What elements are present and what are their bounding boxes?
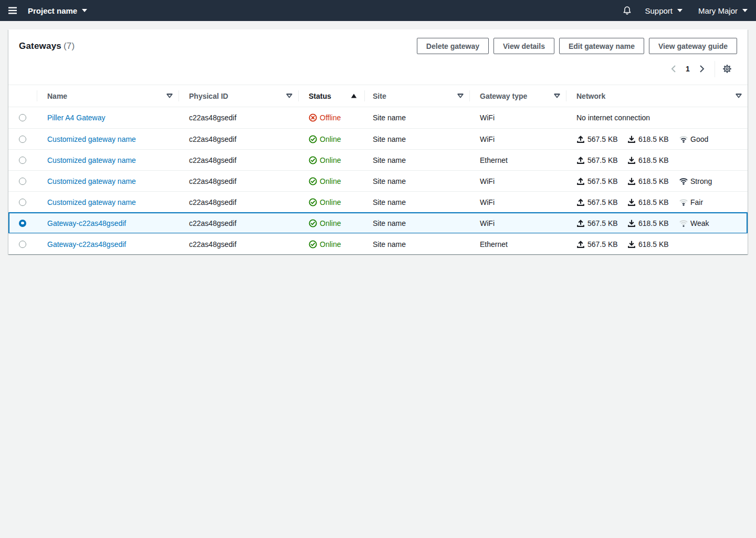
physical-id-value: c22as48gsedif (189, 219, 236, 227)
filter-icon[interactable] (286, 94, 292, 99)
view-gateway-guide-button[interactable]: View gateway guide (649, 38, 737, 54)
support-label: Support (645, 6, 673, 15)
cell-network: 567.5 KB 618.5 KB Weak (566, 213, 748, 233)
row-radio-button[interactable] (19, 220, 26, 227)
upload-icon (576, 135, 585, 143)
view-details-button[interactable]: View details (494, 38, 554, 54)
cell-site: Site name (364, 213, 469, 233)
gateway-type-value: Ethernet (480, 156, 508, 164)
bell-icon (622, 6, 632, 16)
filter-icon[interactable] (166, 94, 173, 99)
edit-gateway-name-button[interactable]: Edit gateway name (559, 38, 644, 54)
table-row[interactable]: Gateway-c22as48gsedif c22as48gsedif Onli… (8, 212, 748, 233)
cell-status: Online (298, 129, 364, 149)
column-header-gateway-type[interactable]: Gateway type (469, 85, 566, 107)
gateway-name-link[interactable]: Gateway-c22as48gsedif (47, 219, 126, 227)
download-value: 618.5 KB (638, 177, 669, 185)
gateway-type-value: Ethernet (480, 240, 508, 249)
cell-gateway-type: WiFi (469, 129, 566, 149)
table-body: Piller A4 Gateway c22as48gsedif Offline … (8, 107, 748, 254)
column-header-site[interactable]: Site (364, 85, 469, 107)
upload-value: 567.5 KB (587, 177, 618, 185)
previous-page-button[interactable] (666, 61, 681, 76)
table-row[interactable]: Customized gateway name c22as48gsedif On… (8, 170, 748, 191)
filter-icon[interactable] (457, 94, 464, 99)
column-label: Name (47, 92, 67, 100)
cell-network: No internet connection (566, 107, 748, 128)
table-row[interactable]: Customized gateway name c22as48gsedif On… (8, 191, 748, 212)
upload-icon (576, 177, 585, 185)
filter-icon[interactable] (554, 94, 560, 99)
download-icon (627, 177, 636, 185)
wifi-signal: Strong (679, 177, 712, 185)
table-row[interactable]: Customized gateway name c22as48gsedif On… (8, 149, 748, 170)
cell-gateway-type: Ethernet (469, 150, 566, 170)
gateway-name-link[interactable]: Customized gateway name (47, 135, 136, 143)
next-page-button[interactable] (695, 61, 710, 76)
column-header-network[interactable]: Network (566, 85, 748, 107)
cell-gateway-type: WiFi (469, 192, 566, 212)
gateway-type-value: WiFi (480, 177, 495, 185)
table-row[interactable]: Gateway-c22as48gsedif c22as48gsedif Onli… (8, 233, 748, 254)
notifications-button[interactable] (622, 6, 632, 16)
gateway-name-link[interactable]: Gateway-c22as48gsedif (47, 240, 126, 249)
gateways-panel: Gateways(7) Delete gatewayView detailsEd… (8, 29, 748, 254)
row-radio-button[interactable] (19, 114, 26, 121)
cell-status: Online (298, 234, 364, 254)
table-column-headers: Name Physical ID Status Site (8, 85, 748, 107)
upload-metric: 567.5 KB (576, 156, 627, 164)
table-row[interactable]: Customized gateway name c22as48gsedif On… (8, 128, 748, 149)
row-radio-button[interactable] (19, 241, 26, 248)
gateway-name-link[interactable]: Customized gateway name (47, 156, 136, 164)
sort-ascending-icon[interactable] (351, 94, 357, 98)
wifi-signal: Good (679, 135, 708, 143)
column-header-status[interactable]: Status (298, 85, 364, 107)
site-value: Site name (373, 135, 406, 143)
upload-value: 567.5 KB (587, 219, 618, 227)
download-icon (627, 156, 636, 164)
row-radio-button[interactable] (19, 136, 26, 143)
hamburger-icon (8, 7, 17, 14)
network-message: No internet connection (576, 113, 650, 122)
gateway-name-link[interactable]: Piller A4 Gateway (47, 113, 106, 122)
delete-gateway-button[interactable]: Delete gateway (417, 38, 489, 54)
project-name-menu[interactable]: Project name (28, 6, 87, 15)
row-radio-button[interactable] (19, 157, 26, 164)
chevron-down-icon (677, 9, 682, 12)
cell-status: Online (298, 192, 364, 212)
user-menu[interactable]: Mary Major (698, 6, 748, 15)
cell-site: Site name (364, 150, 469, 170)
cell-site: Site name (364, 129, 469, 149)
download-icon (627, 198, 636, 206)
cell-site: Site name (364, 192, 469, 212)
status-label: Offline (320, 113, 341, 122)
status-label: Online (320, 135, 341, 143)
menu-button[interactable] (8, 0, 25, 21)
column-header-name[interactable]: Name (37, 85, 178, 107)
physical-id-value: c22as48gsedif (189, 156, 236, 164)
gateway-name-link[interactable]: Customized gateway name (47, 177, 136, 185)
page-number[interactable]: 1 (681, 65, 695, 73)
cell-physical-id: c22as48gsedif (178, 107, 298, 128)
gateway-name-link[interactable]: Customized gateway name (47, 198, 136, 206)
download-metric: 618.5 KB (627, 135, 677, 143)
upload-icon (576, 240, 585, 249)
download-metric: 618.5 KB (627, 177, 677, 185)
upload-value: 567.5 KB (587, 198, 618, 206)
filter-icon[interactable] (736, 94, 742, 99)
physical-id-value: c22as48gsedif (189, 198, 236, 206)
table-row[interactable]: Piller A4 Gateway c22as48gsedif Offline … (8, 107, 748, 128)
column-header-physical-id[interactable]: Physical ID (178, 85, 298, 107)
status-badge: Online (309, 219, 341, 227)
table-settings-button[interactable] (721, 61, 733, 76)
pagination: 1 (8, 61, 748, 77)
download-value: 618.5 KB (638, 240, 669, 249)
row-radio-button[interactable] (19, 178, 26, 185)
item-counter: (7) (64, 41, 75, 51)
row-radio-button[interactable] (19, 199, 26, 206)
user-name-label: Mary Major (698, 6, 738, 15)
cell-gateway-type: WiFi (469, 107, 566, 128)
project-name-label: Project name (28, 6, 77, 15)
download-value: 618.5 KB (638, 156, 669, 164)
support-menu[interactable]: Support (645, 6, 682, 15)
